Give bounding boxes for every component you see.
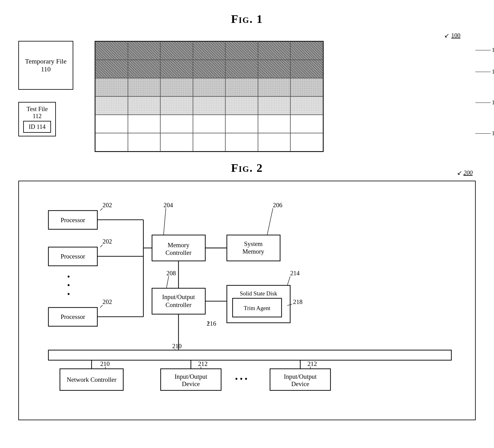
svg-line-32	[166, 276, 169, 288]
temp-file-label: Temporary File 110	[25, 57, 67, 73]
test-file-box: Test File 112 ID 114	[18, 102, 56, 136]
svg-text:•  •  •: • • •	[235, 374, 248, 384]
svg-line-26	[267, 208, 273, 235]
fig1-left-panel: Temporary File 110 Test File 112 ID 114	[18, 41, 79, 138]
svg-text:System: System	[244, 240, 263, 247]
fig1-right-panel: ↙ 100 102 104 106 108	[95, 32, 476, 152]
svg-text:202: 202	[103, 298, 112, 305]
svg-text:Processor: Processor	[60, 217, 85, 223]
svg-text:Memory: Memory	[242, 248, 264, 255]
svg-text:Solid State Disk: Solid State Disk	[240, 290, 277, 297]
test-file-section: Test File 112 ID 114	[18, 102, 56, 138]
svg-text:210: 210	[100, 360, 110, 367]
svg-text:204: 204	[164, 202, 173, 208]
svg-line-20	[164, 208, 166, 235]
svg-text:210: 210	[172, 343, 182, 349]
svg-text:Device: Device	[182, 381, 200, 387]
svg-text:202: 202	[103, 202, 112, 208]
svg-text:•: •	[67, 281, 70, 290]
ref-200-label: ↙ 200	[457, 169, 473, 176]
svg-line-5	[100, 245, 103, 247]
svg-text:Memory: Memory	[168, 242, 190, 249]
fig1-title: Fig. 1	[231, 12, 263, 26]
fig1-section: Fig. 1 Temporary File 110 Test File 112 …	[18, 12, 476, 152]
svg-text:Controller: Controller	[165, 249, 191, 256]
memory-grid-wrapper	[95, 41, 476, 152]
svg-text:Trim Agent: Trim Agent	[244, 305, 271, 311]
svg-text:Input/Output: Input/Output	[284, 373, 317, 380]
ref-100-label: ↙ 100	[444, 32, 460, 39]
svg-line-1	[100, 208, 103, 211]
svg-text:Device: Device	[291, 381, 309, 387]
svg-line-38	[287, 276, 290, 285]
svg-text:•: •	[67, 272, 70, 281]
fig1-content: Temporary File 110 Test File 112 ID 114 …	[18, 32, 476, 152]
svg-text:212: 212	[198, 360, 208, 367]
svg-rect-49	[49, 350, 452, 360]
svg-text:202: 202	[103, 238, 112, 245]
id-box: ID 114	[23, 121, 51, 133]
svg-line-12	[100, 305, 103, 308]
svg-text:Network Controller: Network Controller	[67, 376, 117, 383]
memory-grid	[95, 41, 324, 152]
svg-text:•: •	[67, 290, 70, 299]
fig2-outer-box: 202 Processor 202 Processor • • • 202	[18, 181, 476, 420]
fig2-title: Fig. 2	[231, 161, 263, 175]
svg-text:Input/Output: Input/Output	[162, 294, 195, 301]
svg-text:Controller: Controller	[165, 302, 191, 308]
temp-file-box: Temporary File 110	[18, 41, 73, 90]
fig2-section: Fig. 2 ↙ 200 202 Processor 202 Pr	[18, 161, 476, 420]
side-refs: 102 104 106 108	[475, 47, 494, 137]
svg-text:Processor: Processor	[60, 253, 85, 260]
svg-text:214: 214	[290, 270, 300, 276]
svg-text:208: 208	[166, 270, 176, 276]
svg-text:212: 212	[307, 360, 317, 367]
fig2-diagram: 202 Processor 202 Processor • • • 202	[31, 190, 463, 406]
svg-text:206: 206	[273, 202, 282, 208]
svg-text:Input/Output: Input/Output	[175, 373, 207, 380]
svg-text:Processor: Processor	[60, 313, 85, 320]
svg-text:218: 218	[293, 298, 303, 305]
